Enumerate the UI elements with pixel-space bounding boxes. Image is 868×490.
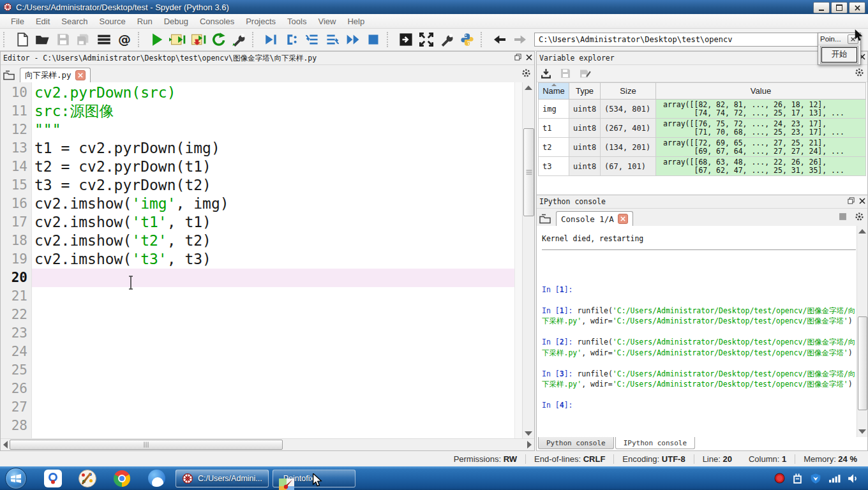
minimize-button[interactable] <box>813 2 830 13</box>
scroll-right-icon[interactable] <box>527 441 532 449</box>
editor-tab[interactable]: 向下采样.py <box>20 68 91 82</box>
code-text <box>32 380 515 398</box>
console-vscroll-thumb[interactable] <box>858 316 867 410</box>
scroll-up-icon[interactable] <box>858 229 866 234</box>
editor-horizontal-scrollbar[interactable] <box>1 438 534 450</box>
close-pane-icon[interactable] <box>526 54 532 61</box>
save-data-icon[interactable] <box>560 68 571 78</box>
run-button[interactable] <box>148 31 166 48</box>
pythonpath-button[interactable] <box>458 31 476 48</box>
save-data-as-icon[interactable] <box>580 68 591 79</box>
console-line: In [3]: runfile('C:/Users/Administrator/… <box>542 369 856 390</box>
debug-cell-button[interactable] <box>283 31 301 48</box>
console-vertical-scrollbar[interactable] <box>857 226 867 437</box>
back-button[interactable] <box>491 31 509 48</box>
save-button[interactable] <box>54 31 72 48</box>
fullscreen-button[interactable] <box>417 31 435 48</box>
undock-icon[interactable] <box>848 197 855 204</box>
debug-button[interactable] <box>262 31 280 48</box>
preferences-button[interactable] <box>438 31 456 48</box>
line-number: 15 <box>1 176 32 195</box>
taskbar-remote-app-icon[interactable] <box>43 469 63 488</box>
maximize-button[interactable] <box>831 2 848 13</box>
import-data-icon[interactable] <box>541 68 551 79</box>
undock-icon[interactable] <box>514 54 521 61</box>
editor-options-gear-icon[interactable] <box>521 68 531 78</box>
tab-close-icon[interactable] <box>618 214 628 224</box>
editor-vscroll-thumb[interactable] <box>523 128 534 216</box>
open-file-button[interactable] <box>34 31 52 48</box>
menu-item-search[interactable]: Search <box>56 15 93 27</box>
close-button[interactable] <box>849 2 865 13</box>
code-text <box>32 417 515 435</box>
window-title: C:/Users/Administrator/Desktop/test - Sp… <box>16 3 229 12</box>
file-switcher-button[interactable] <box>95 31 113 48</box>
menu-item-consoles[interactable]: Consoles <box>194 15 240 27</box>
taskbar-button-c-users-admini-[interactable]: C:/Users/Admini... <box>176 470 269 487</box>
column-header-name[interactable]: Name <box>539 83 569 100</box>
network-signal-icon[interactable] <box>828 473 841 484</box>
menu-item-source[interactable]: Source <box>94 15 131 27</box>
menu-item-file[interactable]: File <box>5 15 30 27</box>
run-selection-button[interactable] <box>209 31 227 48</box>
menu-item-tools[interactable]: Tools <box>281 15 312 27</box>
code-line: 17cv2.imshow('t1', t1) <box>1 213 515 232</box>
editor-code-area[interactable]: 10cv2.pyrDown(src)11src:源图像12"""13t1 = c… <box>1 82 534 439</box>
scroll-up-icon[interactable] <box>525 85 532 90</box>
step-return-button[interactable] <box>324 31 341 48</box>
console-body[interactable]: Kernel died, restartingIn [1]:In [1]: ru… <box>537 226 857 437</box>
menu-item-edit[interactable]: Edit <box>30 15 56 27</box>
close-pane-icon[interactable] <box>859 198 865 204</box>
column-header-value[interactable]: Value <box>656 83 866 100</box>
interrupt-kernel-icon[interactable] <box>839 212 847 221</box>
menu-item-debug[interactable]: Debug <box>158 15 194 27</box>
save-all-button[interactable] <box>75 31 93 48</box>
record-indicator-icon[interactable] <box>774 473 785 484</box>
scroll-down-icon[interactable] <box>858 429 866 434</box>
forward-button[interactable] <box>511 31 529 48</box>
code-line: 26 <box>1 380 515 398</box>
editor-vertical-scrollbar[interactable] <box>522 82 534 439</box>
continue-button[interactable] <box>344 31 362 48</box>
browse-tabs-icon[interactable] <box>3 70 15 80</box>
rerun-cell-button[interactable] <box>189 31 207 48</box>
maximize-pane-button[interactable] <box>397 31 415 48</box>
taskbar-paint-app-icon[interactable] <box>78 469 97 488</box>
pointofix-start-button[interactable]: 开始 <box>821 47 857 63</box>
table-row[interactable]: t2uint8(134, 201)array([[72, 69, 65, ...… <box>539 138 866 157</box>
bottom-tab-ipython-console[interactable]: IPython console <box>615 437 695 449</box>
editor-hscroll-thumb[interactable] <box>10 440 283 450</box>
browse-tabs-icon[interactable] <box>539 214 551 224</box>
security-shield-icon[interactable] <box>810 473 821 484</box>
menu-item-view[interactable]: View <box>312 15 341 27</box>
table-row[interactable]: imguint8(534, 801)array([[82, 82, 81, ..… <box>539 100 866 119</box>
step-over-button[interactable] <box>303 31 321 48</box>
working-directory-input[interactable] <box>534 33 844 47</box>
scroll-left-icon[interactable] <box>3 441 8 449</box>
scroll-down-icon[interactable] <box>525 431 532 436</box>
variable-explorer-gear-icon[interactable] <box>855 68 864 77</box>
menubar: FileEditSearchSourceRunDebugConsolesProj… <box>0 14 868 29</box>
taskbar-chrome-icon[interactable] <box>112 469 131 488</box>
bottom-tab-python-console[interactable]: Python console <box>538 437 614 449</box>
menu-item-projects[interactable]: Projects <box>240 15 281 27</box>
taskbar-qq-browser-icon[interactable] <box>147 469 166 488</box>
code-line: 28 <box>1 417 515 435</box>
safely-remove-icon[interactable] <box>792 473 803 484</box>
column-header-type[interactable]: Type <box>569 83 601 100</box>
start-button[interactable] <box>5 468 27 489</box>
menu-item-help[interactable]: Help <box>341 15 370 27</box>
new-file-button[interactable] <box>13 31 31 48</box>
console-options-gear-icon[interactable] <box>855 212 864 221</box>
column-header-size[interactable]: Size <box>601 83 656 100</box>
table-row[interactable]: t3uint8(67, 101)array([[68, 63, 48, ...,… <box>539 157 866 176</box>
volume-icon[interactable] <box>848 473 859 484</box>
tab-close-icon[interactable] <box>75 70 86 80</box>
stop-button[interactable] <box>364 31 382 48</box>
console-tab[interactable]: Console 1/A <box>556 211 633 226</box>
table-row[interactable]: t1uint8(267, 401)array([[76, 75, 72, ...… <box>539 119 866 138</box>
configure-run-button[interactable] <box>230 31 248 48</box>
symbol-finder-button[interactable]: @ <box>116 31 133 48</box>
menu-item-run[interactable]: Run <box>131 15 158 27</box>
run-cell-button[interactable] <box>168 31 186 48</box>
